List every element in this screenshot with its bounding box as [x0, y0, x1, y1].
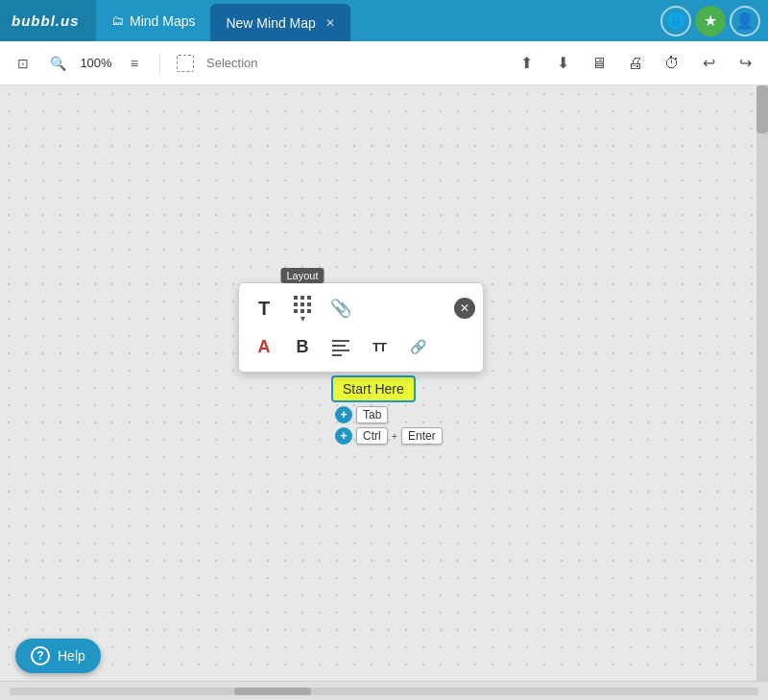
select-button[interactable] [172, 50, 199, 77]
hint-ctrl-key: Ctrl [356, 427, 388, 445]
user-button[interactable]: 👤 [730, 6, 760, 36]
close-icon: ✕ [460, 302, 469, 315]
share-button[interactable]: ⬆ [513, 50, 540, 77]
floating-toolbar-row2: A B TT 🔗 [247, 327, 475, 366]
svg-rect-10 [332, 345, 346, 347]
star-icon: ★ [704, 12, 717, 30]
star-button[interactable]: ★ [695, 6, 726, 36]
layout-chevron: ▾ [300, 313, 305, 324]
help-label: Help [58, 648, 85, 664]
menu-icon: ≡ [131, 56, 138, 71]
canvas-area[interactable]: T Layout ▾ [0, 85, 768, 681]
scrollbar-horizontal-thumb[interactable] [234, 688, 311, 695]
floating-toolbar-row1: T Layout ▾ [247, 289, 475, 327]
tab-close-icon[interactable]: ✕ [325, 16, 335, 30]
svg-rect-1 [300, 296, 304, 300]
start-here-node[interactable]: Start Here + Tab + Ctrl + Enter [331, 375, 443, 445]
undo-button[interactable]: ↩ [695, 50, 722, 77]
help-button[interactable]: ? Help [15, 639, 101, 673]
undo-icon: ↩ [703, 54, 715, 72]
attach-icon: 📎 [330, 298, 351, 319]
user-icon: 👤 [735, 12, 755, 30]
divider1 [159, 53, 160, 74]
node-hint-tab: + Tab [335, 406, 443, 423]
link-button[interactable]: 🔗 [400, 329, 435, 364]
globe-button[interactable]: 🌐 [660, 6, 691, 36]
hint-plus-tab: + [335, 406, 352, 423]
align-button[interactable] [324, 329, 358, 364]
logo: bubbl.us [0, 0, 96, 41]
link-icon: 🔗 [410, 339, 426, 354]
align-icon [330, 336, 351, 357]
selection-input[interactable] [206, 56, 283, 70]
globe-icon: 🌐 [666, 12, 685, 30]
bold-icon: B [297, 337, 309, 357]
tab-mind-maps[interactable]: 🗂 Mind Maps [96, 0, 210, 41]
hint-enter-key: Enter [401, 427, 443, 445]
format-icon: TT [372, 340, 386, 354]
close-button[interactable]: ✕ [454, 298, 475, 319]
layout-icon [292, 294, 313, 315]
text-icon: T [258, 298, 270, 320]
layout-button[interactable]: Layout ▾ [285, 291, 320, 326]
svg-rect-6 [294, 309, 298, 313]
fit-icon: ⊡ [17, 56, 29, 71]
logo-text: bubbl.us [12, 12, 80, 29]
history-icon: ⏱ [664, 55, 680, 72]
zoom-button[interactable]: 🔍 [44, 50, 71, 77]
svg-rect-2 [307, 296, 311, 300]
hint-tab-key: Tab [356, 406, 388, 423]
svg-rect-9 [332, 340, 349, 342]
help-icon: ? [31, 646, 50, 665]
svg-rect-11 [332, 350, 349, 351]
svg-rect-4 [300, 302, 304, 306]
redo-button[interactable]: ↪ [732, 50, 758, 77]
attach-button[interactable]: 📎 [324, 291, 358, 326]
screen-button[interactable]: 🖥 [586, 50, 612, 77]
node-hint-ctrl-enter: + Ctrl + Enter [335, 427, 443, 445]
toolbar: ⊡ 🔍 100% ≡ ⬆ ⬇ 🖥 🖨 ⏱ ↩ ↪ [0, 41, 768, 85]
bold-button[interactable]: B [285, 329, 320, 364]
download-icon: ⬇ [557, 54, 569, 72]
select-icon [177, 55, 194, 72]
scrollbar-vertical-thumb[interactable] [756, 85, 768, 133]
header-actions: 🌐 ★ 👤 [653, 0, 768, 41]
tab-spacer [350, 0, 653, 41]
node-label[interactable]: Start Here [331, 375, 416, 402]
screen-icon: 🖥 [591, 55, 607, 72]
format-button[interactable]: TT [362, 329, 396, 364]
text-button[interactable]: T [247, 291, 281, 326]
tab-new-mind-map-label: New Mind Map [226, 15, 315, 31]
tab-new-mind-map[interactable]: New Mind Map ✕ [210, 4, 349, 41]
svg-rect-5 [307, 302, 311, 306]
tab-mind-maps-icon: 🗂 [111, 13, 124, 28]
svg-rect-0 [294, 296, 298, 300]
redo-icon: ↪ [739, 54, 752, 72]
print-button[interactable]: 🖨 [622, 50, 649, 77]
floating-toolbar: T Layout ▾ [238, 282, 484, 373]
print-icon: 🖨 [628, 55, 643, 72]
download-button[interactable]: ⬇ [549, 50, 576, 77]
toolbar-right: ⬆ ⬇ 🖥 🖨 ⏱ ↩ ↪ [513, 50, 758, 77]
svg-rect-3 [294, 302, 298, 306]
zoom-display: 100% [79, 56, 113, 70]
share-icon: ⬆ [520, 54, 533, 72]
history-button[interactable]: ⏱ [659, 50, 685, 77]
color-button[interactable]: A [247, 329, 281, 364]
zoom-icon: 🔍 [50, 56, 66, 71]
fit-button[interactable]: ⊡ [10, 50, 36, 77]
menu-button[interactable]: ≡ [121, 50, 148, 77]
color-icon: A [258, 337, 271, 357]
hint-plus-ctrl: + [335, 427, 352, 445]
tab-bar: bubbl.us 🗂 Mind Maps New Mind Map ✕ 🌐 ★ … [0, 0, 768, 41]
svg-rect-12 [332, 354, 342, 356]
tab-mind-maps-label: Mind Maps [130, 13, 195, 29]
svg-rect-8 [307, 309, 311, 313]
scrollbar-horizontal[interactable] [10, 688, 758, 695]
bottom-bar [0, 681, 768, 700]
scrollbar-vertical[interactable] [756, 85, 768, 681]
